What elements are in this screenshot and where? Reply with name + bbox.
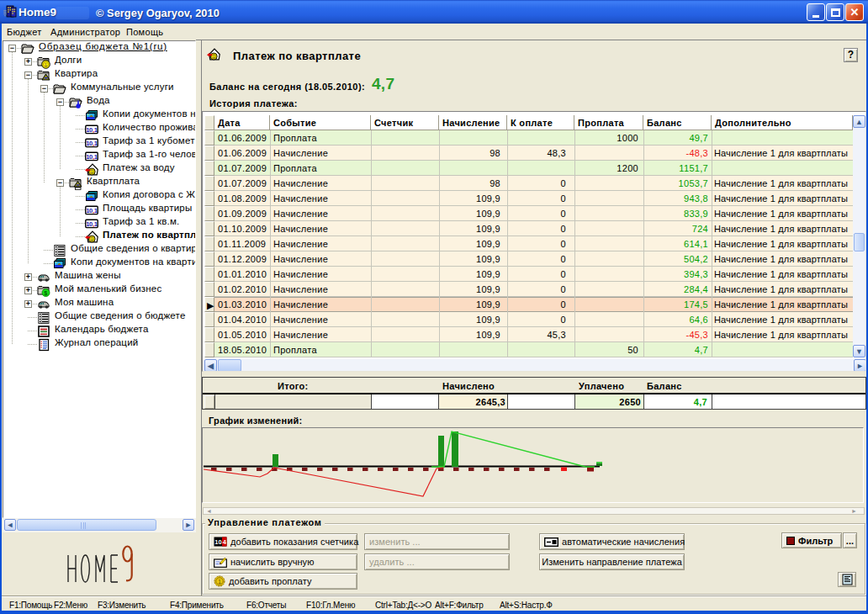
svg-text:10,1: 10,1 [86, 207, 98, 214]
svg-text:10: 10 [214, 538, 221, 546]
svg-text:10,1: 10,1 [86, 220, 98, 228]
svg-text:10,1: 10,1 [86, 140, 98, 147]
svg-text:1: 1 [213, 54, 215, 59]
svg-text:$: $ [44, 289, 48, 297]
svg-text:1: 1 [218, 579, 221, 585]
svg-text:1: 1 [45, 62, 48, 67]
svg-text:10,1: 10,1 [86, 153, 98, 161]
svg-text:1: 1 [91, 236, 93, 241]
svg-text:1: 1 [91, 169, 93, 174]
svg-text:10,1: 10,1 [86, 126, 98, 134]
